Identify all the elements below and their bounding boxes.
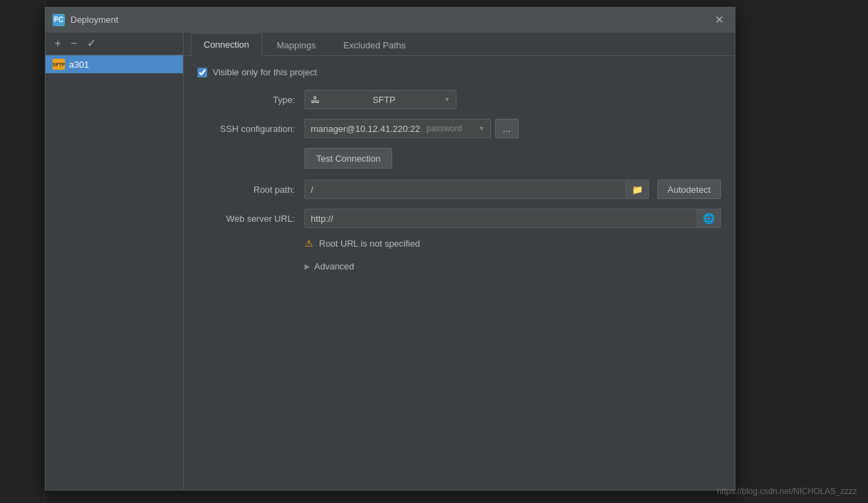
type-control-wrap: 🖧 SFTP ▼	[305, 90, 721, 109]
ssh-control-wrap: manager@10.12.41.220:22 password ▼ ...	[305, 119, 721, 138]
left-panel-toolbar: + − ✓	[46, 32, 183, 55]
ssh-value: manager@10.12.41.220:22	[311, 124, 420, 134]
autodetect-button[interactable]: Autodetect	[657, 180, 721, 199]
left-panel: + − ✓ SFTP a301	[46, 32, 184, 490]
root-path-row: Root path: 📁 Autodetect	[197, 180, 721, 199]
root-path-control-wrap: 📁 Autodetect	[305, 180, 721, 199]
right-panel: Connection Mappings Excluded Paths Visib…	[184, 32, 735, 490]
server-item[interactable]: SFTP a301	[46, 55, 183, 73]
ssh-config-row: SSH configuration: manager@10.12.41.220:…	[197, 119, 721, 138]
server-name: a301	[69, 59, 89, 70]
tab-content-connection: Visible only for this project Type: 🖧 SF…	[184, 56, 735, 490]
web-url-row: Web server URL: 🌐	[197, 209, 721, 228]
ssh-label: SSH configuration:	[197, 124, 305, 134]
root-path-label: Root path:	[197, 184, 305, 195]
test-connection-button[interactable]: Test Connection	[305, 148, 392, 169]
close-button[interactable]: ✕	[711, 13, 728, 27]
remove-server-button[interactable]: −	[67, 37, 80, 50]
app-icon: PC	[52, 14, 65, 26]
visible-label: Visible only for this project	[213, 67, 317, 77]
sftp-icon: SFTP	[52, 59, 65, 70]
ssh-suffix: password	[424, 124, 462, 133]
web-url-control-wrap: 🌐	[305, 209, 721, 228]
visible-checkbox-row: Visible only for this project	[197, 67, 721, 77]
title-bar-left: PC Deployment	[52, 14, 118, 26]
url-wrap: 🌐	[305, 209, 721, 228]
url-globe-button[interactable]: 🌐	[697, 209, 721, 228]
tabs-bar: Connection Mappings Excluded Paths	[184, 32, 735, 56]
deployment-dialog: PC Deployment ✕ + − ✓ SFTP a301	[45, 7, 735, 491]
path-browse-button[interactable]: 📁	[626, 180, 649, 199]
visible-checkbox[interactable]	[197, 68, 207, 77]
title-bar: PC Deployment ✕	[46, 8, 735, 32]
chevron-right-icon: ▶	[305, 263, 310, 270]
dialog-title: Deployment	[70, 15, 118, 25]
advanced-toggle[interactable]: ▶ Advanced	[305, 258, 721, 274]
warning-icon: ⚠	[305, 238, 314, 249]
watermark: https://blog.csdn.net/NICHOLAS_zzzz	[717, 486, 857, 496]
type-select[interactable]: 🖧 SFTP ▼	[305, 90, 456, 109]
warning-row: ⚠ Root URL is not specified	[305, 238, 721, 249]
type-select-icon: 🖧	[311, 95, 320, 105]
tab-excluded-paths[interactable]: Excluded Paths	[330, 34, 418, 56]
path-input-wrap: 📁	[305, 180, 649, 199]
type-row: Type: 🖧 SFTP ▼	[197, 90, 721, 109]
dialog-body: + − ✓ SFTP a301 Connection Mappings	[46, 32, 735, 490]
ssh-dropdown-arrow: ▼	[479, 125, 485, 132]
add-server-button[interactable]: +	[51, 37, 64, 50]
type-select-arrow: ▼	[444, 96, 450, 103]
web-url-input[interactable]	[305, 209, 697, 228]
ssh-ellipsis-button[interactable]: ...	[495, 119, 519, 138]
confirm-button[interactable]: ✓	[84, 37, 99, 50]
ssh-select[interactable]: manager@10.12.41.220:22 password ▼	[305, 119, 491, 138]
warning-text: Root URL is not specified	[319, 238, 420, 249]
advanced-label: Advanced	[314, 261, 354, 272]
tab-mappings[interactable]: Mappings	[264, 34, 329, 56]
tab-connection[interactable]: Connection	[191, 33, 262, 56]
root-path-input[interactable]	[305, 180, 626, 199]
type-select-value: SFTP	[372, 95, 395, 105]
web-url-label: Web server URL:	[197, 213, 305, 224]
type-label: Type:	[197, 95, 305, 105]
test-connection-row: Test Connection	[197, 148, 721, 180]
